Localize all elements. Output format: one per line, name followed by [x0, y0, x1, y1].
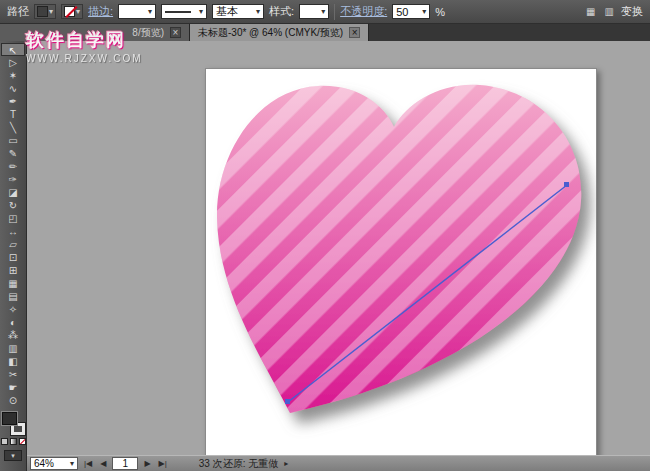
- opacity-value: 50: [396, 6, 408, 18]
- tool-hand[interactable]: ☛: [1, 381, 25, 394]
- gradient-mode-button[interactable]: [10, 438, 17, 445]
- tool-column-graph[interactable]: ▥: [1, 342, 25, 355]
- style-combo[interactable]: ▾: [299, 4, 329, 19]
- tool-eyedropper[interactable]: ✧: [1, 303, 25, 316]
- heart-artwork[interactable]: [206, 69, 598, 455]
- chevron-down-icon: ▾: [49, 8, 53, 16]
- artboard[interactable]: [205, 68, 597, 455]
- illustrator-window: { "options_bar": { "object_type": "路径", …: [0, 0, 650, 471]
- tool-rectangle[interactable]: ▭: [1, 134, 25, 147]
- stroke-width-combo[interactable]: ▾: [118, 4, 156, 19]
- transform-link[interactable]: 变换: [621, 4, 643, 19]
- fill-stroke-indicator[interactable]: [1, 411, 25, 435]
- chevron-down-icon: ▾: [70, 460, 74, 468]
- stroke-none-icon: [64, 6, 75, 17]
- fill-color-swatch[interactable]: ▾: [34, 4, 56, 19]
- next-artboard-button[interactable]: ▶: [142, 459, 152, 468]
- tab-label: 8/预览): [132, 26, 164, 40]
- tool-blob-brush[interactable]: ✑: [1, 173, 25, 186]
- document-tab-bar: 8/预览) × 未标题-30* @ 64% (CMYK/预览) ×: [0, 24, 650, 41]
- chevron-down-icon: ▾: [422, 8, 426, 16]
- fill-swatch[interactable]: [2, 412, 17, 425]
- tool-eraser[interactable]: ◪: [1, 186, 25, 199]
- chevron-down-icon: ▾: [256, 8, 260, 16]
- tool-palette: ↖▷✶∿✒T╲▭✎✏✑◪↻◰↔▱⊡⊞▦▤✧◐⁂▥◧✂☛⊙ ▾: [0, 41, 27, 471]
- tool-magic-wand[interactable]: ✶: [1, 69, 25, 82]
- tool-mesh[interactable]: ▦: [1, 277, 25, 290]
- grid-icon[interactable]: ▦: [584, 6, 597, 17]
- tool-rotate[interactable]: ↻: [1, 199, 25, 212]
- status-bar: 64% ▾ |◀ ◀ 1 ▶ ▶| 33 次还原: 无重做 ▸: [27, 455, 650, 471]
- tool-symbol-sprayer[interactable]: ⁂: [1, 329, 25, 342]
- anchor-point[interactable]: [285, 399, 290, 404]
- tool-gradient[interactable]: ▤: [1, 290, 25, 303]
- tool-selection[interactable]: ↖: [1, 43, 25, 56]
- tool-blend[interactable]: ◐: [1, 316, 25, 329]
- tool-paintbrush[interactable]: ✎: [1, 147, 25, 160]
- tool-free-transform[interactable]: ▱: [1, 238, 25, 251]
- tool-width[interactable]: ↔: [1, 225, 25, 238]
- close-icon[interactable]: ×: [170, 27, 181, 38]
- tool-perspective-grid[interactable]: ⊞: [1, 264, 25, 277]
- fill-color-icon: [37, 6, 48, 17]
- variable-width-profile-combo[interactable]: ▾: [161, 4, 207, 19]
- columns-icon[interactable]: ▥: [603, 6, 616, 17]
- tool-zoom[interactable]: ⊙: [1, 394, 25, 407]
- status-text: 33 次还原: 无重做: [199, 457, 278, 471]
- object-type-label: 路径: [7, 4, 29, 19]
- stroke-link[interactable]: 描边:: [88, 4, 113, 19]
- tab-label: 未标题-30* @ 64% (CMYK/预览): [198, 26, 343, 40]
- status-menu-arrow[interactable]: ▸: [282, 459, 290, 468]
- first-artboard-button[interactable]: |◀: [82, 459, 94, 468]
- tool-scale[interactable]: ◰: [1, 212, 25, 225]
- stroke-color-swatch[interactable]: ▾: [61, 4, 83, 19]
- chevron-down-icon: ▾: [321, 8, 325, 16]
- divider: [334, 4, 335, 20]
- tool-artboard[interactable]: ◧: [1, 355, 25, 368]
- opacity-link[interactable]: 不透明度:: [340, 4, 387, 19]
- document-tab-active[interactable]: 未标题-30* @ 64% (CMYK/预览) ×: [190, 24, 369, 41]
- zoom-level-select[interactable]: 64% ▾: [30, 457, 78, 470]
- tool-lasso[interactable]: ∿: [1, 82, 25, 95]
- tool-pencil[interactable]: ✏: [1, 160, 25, 173]
- close-icon[interactable]: ×: [349, 27, 360, 38]
- color-mode-button[interactable]: [1, 438, 8, 445]
- artboard-number-input[interactable]: 1: [112, 457, 138, 470]
- tool-type[interactable]: T: [1, 108, 25, 121]
- paint-mode-buttons: [1, 438, 26, 445]
- brush-definition-value: 基本: [216, 4, 238, 19]
- tool-pen[interactable]: ✒: [1, 95, 25, 108]
- heart-stripes: [217, 85, 581, 413]
- style-label: 样式:: [269, 4, 294, 19]
- prev-artboard-button[interactable]: ◀: [98, 459, 108, 468]
- anchor-point[interactable]: [564, 182, 569, 187]
- document-tab-inactive[interactable]: 8/预览) ×: [0, 24, 190, 41]
- tool-slice[interactable]: ✂: [1, 368, 25, 381]
- tool-direct-selection[interactable]: ▷: [1, 56, 25, 69]
- canvas[interactable]: [27, 41, 650, 455]
- chevron-down-icon: ▾: [148, 8, 152, 16]
- control-bar: 路径 ▾ ▾ 描边: ▾ ▾ 基本 ▾ 样式: ▾ 不透明度: 50 ▾ % ▦…: [0, 0, 650, 24]
- last-artboard-button[interactable]: ▶|: [157, 459, 169, 468]
- opacity-combo[interactable]: 50 ▾: [392, 4, 430, 19]
- width-profile-icon: [165, 11, 191, 13]
- tool-list: ↖▷✶∿✒T╲▭✎✏✑◪↻◰↔▱⊡⊞▦▤✧◐⁂▥◧✂☛⊙: [1, 43, 25, 407]
- screen-mode-button[interactable]: ▾: [4, 450, 22, 461]
- zoom-value: 64%: [34, 458, 54, 469]
- chevron-down-icon: ▾: [76, 8, 80, 16]
- opacity-unit: %: [435, 6, 445, 18]
- brush-definition-combo[interactable]: 基本 ▾: [212, 4, 264, 19]
- none-mode-button[interactable]: [19, 438, 26, 445]
- tool-line-segment[interactable]: ╲: [1, 121, 25, 134]
- chevron-down-icon: ▾: [199, 8, 203, 16]
- tool-shape-builder[interactable]: ⊡: [1, 251, 25, 264]
